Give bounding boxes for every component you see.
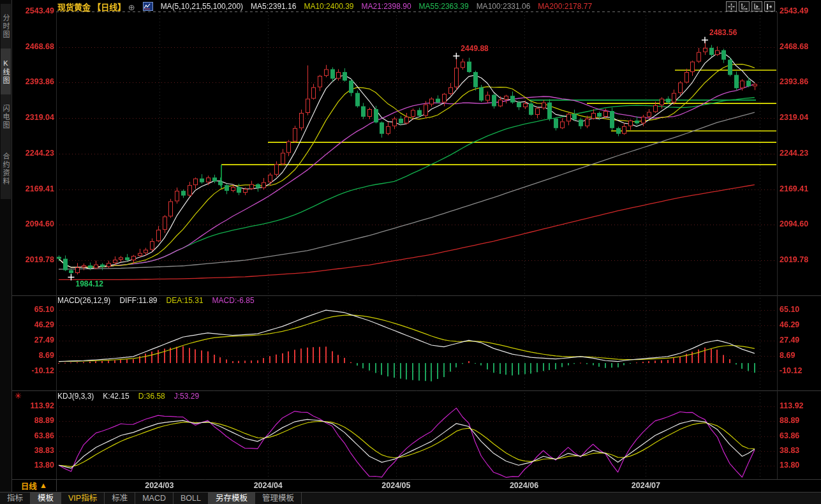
price-axis-label: 2244.23 <box>780 149 819 158</box>
macd-title: MACD(26,12,9) <box>57 296 110 305</box>
sidebar: 分时图K线图闪电图合约资料 <box>0 0 12 504</box>
axis-zoom-icon[interactable] <box>739 1 750 11</box>
kdj-axis-label: 113.92 <box>780 401 819 410</box>
expand-icon[interactable]: ⊕ <box>128 3 135 12</box>
alert-icon[interactable]: ✳ <box>15 391 22 401</box>
date-axis-label: 2024/06 <box>510 481 538 490</box>
chart-header: 现货黄金 【日线】 ⊕ MA(5,10,21,55,100,200) MA5:2… <box>57 1 600 11</box>
ma-values: MA5:2391.16MA10:2400.39MA21:2398.90MA55:… <box>251 2 600 11</box>
kdj-title: KDJ(9,3,3) <box>57 392 94 401</box>
kdj-axis-label: 88.89 <box>18 416 54 425</box>
ma-value-label: MA200:2178.77 <box>538 2 592 11</box>
chart-thumbnail-icon <box>143 2 153 11</box>
trading-app: 分时图K线图闪电图合约资料 现货黄金 【日线】 ⊕ MA(5,10,21,55,… <box>0 0 821 504</box>
price-axis-label: 2169.41 <box>18 184 54 193</box>
tab-2[interactable]: 模板 <box>31 493 61 504</box>
price-axis-label: 2169.41 <box>780 184 819 193</box>
macd-macd-value: MACD:-6.85 <box>212 296 255 305</box>
sidebar-item-2[interactable]: K线图 <box>1 48 11 96</box>
price-axis-label: 2019.78 <box>18 255 54 264</box>
kdj-k-value: K:42.15 <box>103 392 129 401</box>
macd-axis-label: 8.69 <box>780 351 819 360</box>
tab-1[interactable]: 指标 <box>0 493 31 504</box>
price-axis-label: 2393.86 <box>780 77 819 86</box>
price-axis-label: 2094.60 <box>18 219 54 228</box>
price-axis-label: 2319.04 <box>780 113 819 122</box>
date-axis-label: 2024/05 <box>381 481 410 490</box>
price-axis-label: 2393.86 <box>18 77 54 86</box>
macd-axis-label: 27.49 <box>780 336 819 345</box>
chart-toolbar <box>726 1 775 11</box>
price-axis-label: 2468.68 <box>780 42 819 51</box>
ma-value-label: MA5:2391.16 <box>251 2 296 11</box>
macd-axis-label: 65.10 <box>18 305 54 314</box>
axis-play-icon[interactable] <box>751 1 762 11</box>
macd-axis-label: 46.29 <box>18 320 54 329</box>
price-axis-label: 2244.23 <box>18 149 54 158</box>
macd-axis-label: 8.69 <box>18 351 54 360</box>
ma-value-label: MA21:2398.90 <box>362 2 411 11</box>
kdj-d-value: D:36.58 <box>138 392 165 401</box>
date-axis-label: 2024/04 <box>254 481 283 490</box>
date-axis-label: 2024/07 <box>632 481 660 490</box>
kdj-axis-label: 88.89 <box>780 416 819 425</box>
tab-5[interactable]: MACD <box>135 493 174 504</box>
macd-header: MACD(26,12,9) DIFF:11.89 DEA:15.31 MACD:… <box>57 296 255 305</box>
collapse-right-icon[interactable] <box>764 1 775 11</box>
macd-axis-label: 65.10 <box>780 305 819 314</box>
ma-settings-label: MA(5,10,21,55,100,200) <box>161 2 243 11</box>
date-axis-label: 2024/03 <box>145 481 174 490</box>
period-label: 日线 <box>21 480 37 492</box>
chart-canvas[interactable] <box>0 0 821 504</box>
tab-3[interactable]: VIP指标 <box>61 493 105 504</box>
tab-7[interactable]: 另存模板 <box>209 493 255 504</box>
price-axis-label: 2468.68 <box>18 42 54 51</box>
macd-axis-label: 46.29 <box>780 320 819 329</box>
ma-value-label: MA100:2331.06 <box>477 2 531 11</box>
macd-axis-label: -10.12 <box>18 366 54 375</box>
kdj-j-value: J:53.29 <box>174 392 199 401</box>
macd-diff-value: DIFF:11.89 <box>119 296 157 305</box>
period-tag: 【日线】 <box>92 3 126 12</box>
kdj-axis-label: 63.86 <box>18 431 54 440</box>
price-axis-label: 2543.49 <box>780 6 819 15</box>
period-selector[interactable]: 日线 ▲ <box>12 480 57 491</box>
symbol-title: 现货黄金 【日线】 ⊕ <box>57 1 135 13</box>
kdj-axis-label: 113.92 <box>18 401 54 410</box>
sidebar-item-4[interactable]: 合约资料 <box>1 139 11 199</box>
sidebar-item-3[interactable]: 闪电图 <box>1 94 11 139</box>
macd-dea-value: DEA:15.31 <box>166 296 203 305</box>
sidebar-item-1[interactable]: 分时图 <box>1 4 11 48</box>
tab-8[interactable]: 管理模板 <box>255 493 302 504</box>
kdj-axis-label: 13.80 <box>18 461 54 470</box>
tab-4[interactable]: 标准 <box>105 493 135 504</box>
kdj-axis-label: 63.86 <box>780 431 819 440</box>
symbol-name: 现货黄金 <box>57 3 91 12</box>
price-axis-label: 2543.49 <box>18 6 54 15</box>
price-axis-label: 2319.04 <box>18 113 54 122</box>
period-arrow-icon: ▲ <box>40 481 47 490</box>
price-axis-label: 2019.78 <box>780 255 819 264</box>
kdj-axis-label: 38.83 <box>780 446 819 455</box>
ma-value-label: MA10:2400.39 <box>304 2 353 11</box>
kdj-axis-label: 13.80 <box>780 461 819 470</box>
tab-6[interactable]: BOLL <box>174 493 209 504</box>
bottom-tabbar: 指标模板VIP指标标准MACDBOLL另存模板管理模板 <box>0 492 821 504</box>
macd-axis-label: 27.49 <box>18 336 54 345</box>
kdj-header: KDJ(9,3,3) K:42.15 D:36.58 J:53.29 <box>57 392 199 401</box>
ma-value-label: MA55:2363.39 <box>419 2 469 11</box>
crosshair-icon[interactable] <box>726 1 737 11</box>
kdj-axis-label: 38.83 <box>18 446 54 455</box>
price-axis-label: 2094.60 <box>780 219 819 228</box>
macd-axis-label: -10.12 <box>780 366 819 375</box>
